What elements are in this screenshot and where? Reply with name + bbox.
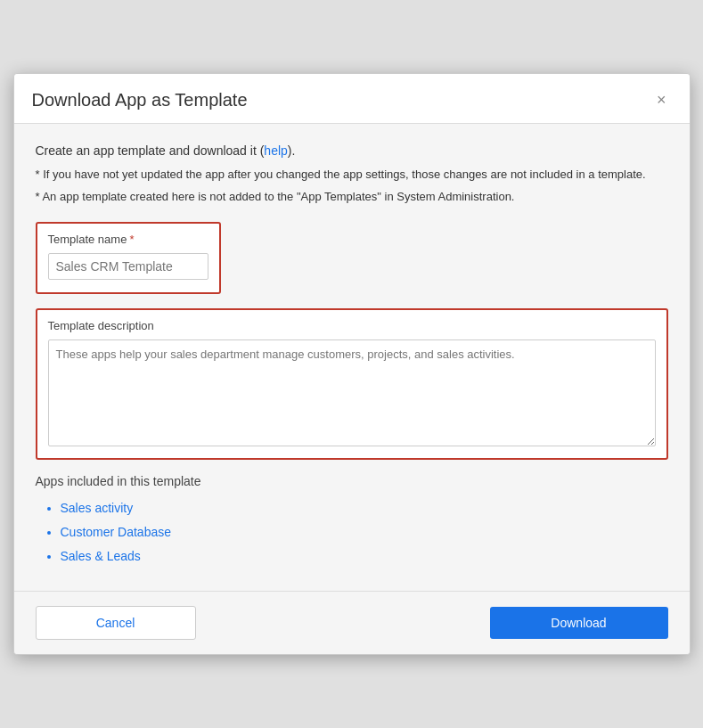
- app-link-sales-leads[interactable]: Sales & Leads: [61, 549, 141, 563]
- warning-text-2: * An app template created here is not ad…: [36, 188, 668, 207]
- template-name-section: Template name*: [36, 222, 668, 308]
- close-button[interactable]: ×: [651, 90, 672, 110]
- template-description-group: Template description: [36, 308, 668, 460]
- list-item: Sales activity: [61, 499, 668, 518]
- apps-section-title: Apps included in this template: [36, 474, 668, 488]
- list-item: Customer Database: [61, 523, 668, 542]
- template-name-label: Template name*: [48, 233, 208, 246]
- cancel-button[interactable]: Cancel: [36, 606, 196, 640]
- warning-text-1: * If you have not yet updated the app af…: [36, 166, 668, 184]
- template-description-label: Template description: [48, 319, 656, 332]
- dialog-footer: Cancel Download: [14, 591, 690, 654]
- dialog-body: Create an app template and download it (…: [14, 124, 690, 592]
- list-item: Sales & Leads: [61, 547, 668, 566]
- template-name-group: Template name*: [36, 222, 221, 294]
- help-link[interactable]: help: [264, 143, 287, 158]
- download-dialog: Download App as Template × Create an app…: [13, 73, 691, 656]
- apps-list: Sales activity Customer Database Sales &…: [36, 499, 668, 566]
- download-button[interactable]: Download: [490, 607, 668, 639]
- template-description-textarea[interactable]: [48, 339, 656, 446]
- apps-section: Apps included in this template Sales act…: [36, 474, 668, 566]
- info-text-before: Create an app template and download it (: [36, 143, 265, 158]
- dialog-header: Download App as Template ×: [14, 74, 690, 124]
- dialog-title: Download App as Template: [32, 90, 248, 110]
- template-name-input[interactable]: [48, 253, 208, 280]
- info-text-after: ).: [288, 143, 296, 158]
- app-link-customer-database[interactable]: Customer Database: [61, 525, 172, 539]
- info-text: Create an app template and download it (…: [36, 142, 668, 160]
- app-link-sales-activity[interactable]: Sales activity: [61, 501, 134, 515]
- required-star: *: [129, 233, 134, 246]
